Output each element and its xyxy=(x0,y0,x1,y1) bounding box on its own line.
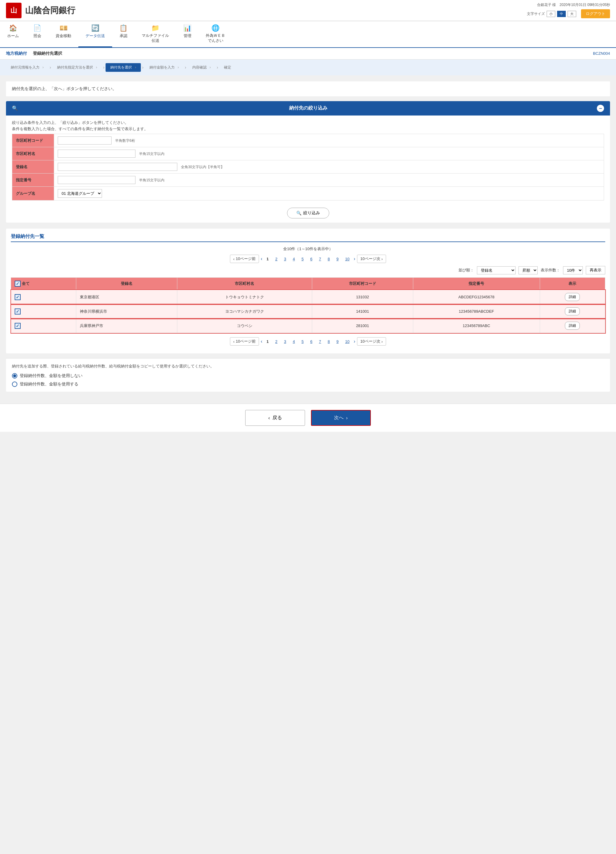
page-num-9[interactable]: 9 xyxy=(334,256,341,262)
page-num-8[interactable]: 8 xyxy=(325,256,332,262)
row-3-city-name: コウベシ xyxy=(177,319,312,333)
prev-arrow[interactable]: ‹ xyxy=(261,256,262,262)
page-num-7[interactable]: 7 xyxy=(317,256,324,262)
bottom-page-8[interactable]: 8 xyxy=(325,338,332,345)
group-label: グループ名 xyxy=(12,187,54,200)
city-name-label: 市区町村名 xyxy=(12,147,54,160)
reg-name-label: 登録名 xyxy=(12,160,54,174)
nav-data-send-label: データ伝送 xyxy=(85,33,105,39)
radio-no-copy[interactable]: 登録納付件数、金額を使用しない xyxy=(12,373,604,378)
bottom-page-6[interactable]: 6 xyxy=(308,338,315,345)
nav-inquiry[interactable]: 📄 照会 xyxy=(26,21,49,47)
back-button[interactable]: ‹ 戻る xyxy=(245,410,305,426)
copy-section: 納付先を追加する際、登録されている給与税納付件数、給与税納付金額をコピーして使用… xyxy=(6,358,610,392)
filter-row-group: グループ名 01 北海道グループ 02 東北グループ 03 関東グループ xyxy=(12,187,604,200)
bottom-page-1[interactable]: 1 xyxy=(264,338,271,345)
next-10-chevron-right: › xyxy=(382,257,383,261)
list-title: 登録納付先一覧 xyxy=(11,233,605,242)
page-num-5[interactable]: 5 xyxy=(299,256,306,262)
foreign-web-icon: 🌐 xyxy=(211,24,219,32)
sort-order-select[interactable]: 昇順 降順 xyxy=(519,266,538,274)
page-num-2[interactable]: 2 xyxy=(273,256,280,262)
nav-management[interactable]: 📊 管理 xyxy=(176,21,199,47)
next-10-button[interactable]: 10ページ次 › xyxy=(357,255,386,263)
bottom-prev-arrow[interactable]: ‹ xyxy=(261,339,262,344)
bottom-page-3[interactable]: 3 xyxy=(282,338,289,345)
bottom-page-4[interactable]: 4 xyxy=(291,338,297,345)
prev-10-chevron-left: ‹ xyxy=(233,257,234,261)
next-arrow[interactable]: › xyxy=(354,256,355,262)
check-all-label: 全て xyxy=(22,281,30,287)
font-large-button[interactable]: 大 xyxy=(567,11,576,17)
logout-button[interactable]: ログアウト xyxy=(581,9,610,18)
nav-approval[interactable]: 📋 承認 xyxy=(112,21,135,47)
bottom-page-10[interactable]: 10 xyxy=(343,338,352,345)
table-row: 神奈川県横浜市 ヨコハマシカナガワク 141001 123456789ABCDE… xyxy=(11,304,605,319)
step-6: 確定 xyxy=(219,63,236,72)
row-3-detail-button[interactable]: 詳細 xyxy=(565,322,580,330)
check-all-wrap: 全て xyxy=(15,281,72,287)
col-display: 表示 xyxy=(540,278,605,290)
row-1-checkbox[interactable] xyxy=(15,294,21,300)
filter-collapse-button[interactable]: － xyxy=(597,105,604,112)
city-name-input[interactable] xyxy=(58,149,135,158)
nav-data-send[interactable]: 🔄 データ伝送 xyxy=(78,21,112,47)
bottom-page-7[interactable]: 7 xyxy=(317,338,324,345)
breadcrumb-code: BCZN004 xyxy=(593,51,610,56)
bottom-page-2[interactable]: 2 xyxy=(273,338,280,345)
designated-hint: 半角15文字以内 xyxy=(139,178,164,182)
city-name-hint: 半角15文字以内 xyxy=(139,152,164,156)
page-num-10[interactable]: 10 xyxy=(343,256,352,262)
nav-multi-file-label: マルチファイル伝送 xyxy=(142,33,169,43)
filter-row-designated: 指定番号 半角15文字以内 xyxy=(12,174,604,187)
radio-use-copy[interactable]: 登録納付件数、金額を使用する xyxy=(12,381,604,387)
row-2-checkbox[interactable] xyxy=(15,308,21,314)
step-arrow-5: › xyxy=(217,65,218,70)
next-button[interactable]: 次へ › xyxy=(311,410,371,426)
list-meta: 全10件（1～10件を表示中） xyxy=(11,246,605,252)
nav-home[interactable]: 🏠 ホーム xyxy=(0,21,26,47)
nav-foreign-web[interactable]: 🌐 外為ＷＥＢでんさい xyxy=(199,21,232,47)
table-header-row: 全て 登録名 市区町村名 市区町村コード 指定番号 表示 xyxy=(11,278,605,290)
row-1-city-code: 131032 xyxy=(312,290,413,304)
next-label: 次へ xyxy=(334,415,344,421)
page-num-6[interactable]: 6 xyxy=(308,256,315,262)
step-arrow-2: › xyxy=(103,65,105,70)
row-1-detail-button[interactable]: 詳細 xyxy=(565,293,580,301)
page-num-1[interactable]: 1 xyxy=(264,256,271,262)
check-all-checkbox[interactable] xyxy=(15,281,21,287)
bottom-prev-10-button[interactable]: ‹ 10ページ前 xyxy=(230,337,259,346)
group-select[interactable]: 01 北海道グループ 02 東北グループ 03 関東グループ xyxy=(58,189,102,198)
row-2-reg-name: 神奈川県横浜市 xyxy=(76,304,177,319)
bottom-page-5[interactable]: 5 xyxy=(299,338,306,345)
step-arrow-1: › xyxy=(50,65,51,70)
radio-no-copy-label: 登録納付件数、金額を使用しない xyxy=(20,373,82,378)
font-small-button[interactable]: 小 xyxy=(547,11,555,17)
refresh-button[interactable]: 再表示 xyxy=(586,266,605,274)
nav-transfer[interactable]: 💴 資金移動 xyxy=(49,21,78,47)
prev-10-button[interactable]: ‹ 10ページ前 xyxy=(230,255,259,263)
home-icon: 🏠 xyxy=(9,24,17,32)
sort-field-select[interactable]: 登録名 市区町村コード xyxy=(477,266,516,274)
page-num-4[interactable]: 4 xyxy=(291,256,297,262)
bottom-next-10-label: 10ページ次 xyxy=(360,339,380,344)
row-3-checkbox[interactable] xyxy=(15,323,21,329)
radio-use-copy-circle xyxy=(12,381,17,387)
page-num-3[interactable]: 3 xyxy=(282,256,289,262)
header-right: 合銀花子 様 2020年10月01日 09時31分05秒 文字サイズ 小 中 大… xyxy=(527,2,610,18)
designated-input[interactable] xyxy=(58,176,135,184)
bottom-next-10-button[interactable]: 10ページ次 › xyxy=(357,337,386,346)
bottom-page-9[interactable]: 9 xyxy=(334,338,341,345)
row-2-detail-button[interactable]: 詳細 xyxy=(565,307,580,316)
row-1-detail-cell: 詳細 xyxy=(540,290,605,304)
filter-header: 🔍 納付先の絞り込み － xyxy=(6,101,610,116)
bottom-next-arrow[interactable]: › xyxy=(354,339,355,344)
filter-button[interactable]: 🔍 絞り込み xyxy=(287,208,329,218)
reg-name-input[interactable] xyxy=(58,163,177,171)
city-code-input[interactable] xyxy=(58,136,111,145)
inquiry-icon: 📄 xyxy=(33,24,41,32)
nav-management-label: 管理 xyxy=(184,33,192,39)
font-medium-button[interactable]: 中 xyxy=(557,11,566,17)
display-count-select[interactable]: 10件 20件 50件 xyxy=(563,266,583,274)
nav-multi-file[interactable]: 📁 マルチファイル伝送 xyxy=(135,21,176,47)
